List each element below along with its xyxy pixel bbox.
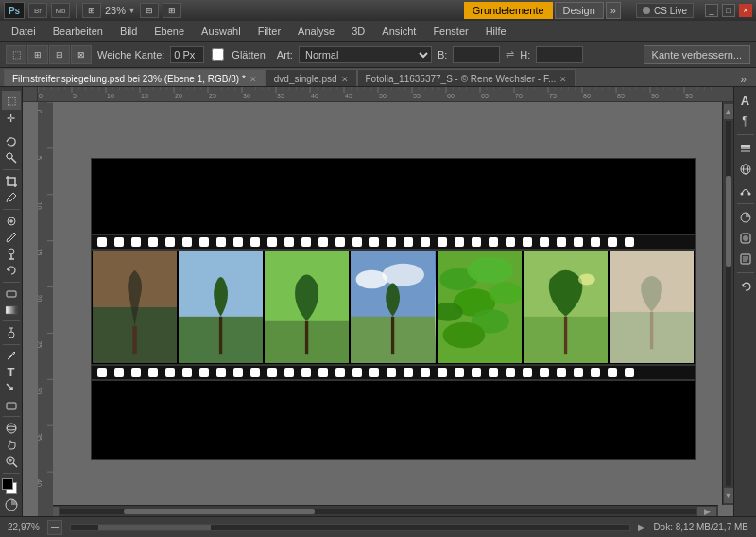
svg-text:5: 5 — [73, 93, 77, 99]
perf-b-5 — [165, 368, 175, 377]
type-panel-btn[interactable]: A — [736, 91, 755, 110]
type-tool[interactable]: T — [2, 365, 21, 379]
scrollbar-thumb[interactable] — [124, 509, 315, 514]
minimize-button[interactable]: _ — [705, 4, 718, 17]
bridge-icon[interactable]: Br — [28, 3, 47, 18]
add-selection-btn[interactable]: ⊞ — [27, 45, 48, 64]
color-boxes — [2, 478, 21, 493]
magic-wand-tool[interactable] — [2, 151, 21, 165]
3d-rotate-tool[interactable] — [2, 421, 21, 435]
perf-b-9 — [233, 368, 243, 377]
scroll-up-btn[interactable]: ▲ — [724, 104, 733, 119]
crop-tool[interactable] — [2, 174, 21, 188]
zoom-arrow[interactable]: ▼ — [128, 6, 136, 15]
history-panel-btn[interactable] — [736, 277, 755, 296]
view-icon[interactable]: ⊞ — [82, 3, 101, 18]
doc-tab-dvd-close[interactable]: ✕ — [341, 75, 349, 84]
b-input[interactable] — [453, 46, 500, 63]
menu-3d[interactable]: 3D — [344, 24, 372, 39]
history-brush-tool[interactable] — [2, 263, 21, 277]
svg-text:50: 50 — [379, 93, 387, 99]
close-button[interactable]: × — [739, 4, 752, 17]
perf-2 — [114, 237, 124, 247]
lasso-tool[interactable] — [2, 134, 21, 148]
art-select[interactable]: Normal Festes Seitenverhältnis Feste Grö… — [299, 46, 432, 63]
channels-panel-btn[interactable] — [736, 160, 755, 179]
doc-tabs-more-arrow[interactable]: » — [734, 73, 752, 86]
mini-bridge-icon[interactable]: Mb — [51, 3, 70, 18]
paragraph-panel-btn[interactable]: ¶ — [736, 112, 755, 130]
move-tool[interactable]: ✛ — [2, 112, 21, 126]
maximize-button[interactable]: □ — [722, 4, 735, 17]
doc-tab-filmstreifen[interactable]: Filmstreifenspiegelung.psd bei 23% (Eben… — [4, 69, 266, 86]
scroll-right-btn[interactable]: ▶ — [697, 507, 716, 516]
menu-hilfe[interactable]: Hilfe — [478, 24, 514, 39]
foreground-color-box[interactable] — [2, 478, 13, 490]
status-nav-btn[interactable]: ▶ — [638, 522, 645, 532]
zoom-control[interactable]: 23% ▼ — [105, 5, 136, 16]
spot-heal-tool[interactable] — [2, 214, 21, 228]
left-toolbar: ⬚ ✛ — [0, 87, 23, 516]
cs-live-btn[interactable]: CS Live — [636, 3, 694, 18]
horizontal-scrollbar[interactable]: ◀ ▶ — [38, 505, 718, 516]
notes-panel-btn[interactable] — [736, 250, 755, 268]
glatten-checkbox[interactable] — [212, 48, 224, 61]
screen-mode-icon[interactable]: ⊞ — [163, 3, 181, 18]
brush-tool[interactable] — [2, 230, 21, 244]
paths-panel-btn[interactable] — [736, 181, 755, 199]
menu-analyse[interactable]: Analyse — [290, 24, 342, 39]
workspace-more[interactable]: » — [606, 2, 621, 19]
gradient-tool[interactable] — [2, 303, 21, 317]
masks-panel-btn[interactable] — [736, 229, 755, 248]
menu-filter[interactable]: Filter — [250, 24, 288, 39]
subtract-selection-btn[interactable]: ⊟ — [49, 45, 70, 64]
perf-b-25 — [506, 368, 515, 377]
perf-14 — [318, 237, 328, 247]
new-selection-btn[interactable]: ⬚ — [6, 45, 26, 64]
svg-text:15: 15 — [38, 249, 43, 256]
doc-tab-fotolia-close[interactable]: ✕ — [559, 75, 567, 84]
eyedropper-tool[interactable] — [2, 191, 21, 205]
menu-ebene[interactable]: Ebene — [146, 24, 192, 39]
shape-tool[interactable] — [2, 398, 21, 412]
doc-tab-dvd[interactable]: dvd_single.psd ✕ — [266, 69, 357, 86]
zoom-tool[interactable] — [2, 454, 21, 468]
vertical-scrollbar[interactable]: ▲ ▼ — [722, 102, 733, 505]
weiche-kante-input[interactable] — [170, 46, 204, 63]
h-input[interactable] — [536, 46, 583, 63]
perf-30 — [591, 237, 600, 247]
status-scrollbar[interactable] — [70, 524, 630, 531]
svg-text:0: 0 — [38, 110, 43, 113]
workspace-design[interactable]: Design — [555, 2, 604, 19]
perf-31 — [608, 237, 617, 247]
doc-tab-filmstreifen-close[interactable]: ✕ — [249, 75, 257, 84]
menu-datei[interactable]: Datei — [4, 24, 43, 39]
perf-11 — [267, 237, 277, 247]
doc-tab-fotolia[interactable]: Fotolia_11635377_S - © Rene Wechsler - F… — [357, 69, 576, 86]
adjustments-panel-btn[interactable] — [736, 208, 755, 227]
layers-panel-btn[interactable] — [736, 139, 755, 158]
eraser-tool[interactable] — [2, 286, 21, 300]
rectangular-marquee-tool[interactable]: ⬚ — [2, 91, 21, 110]
view-mode-icon[interactable]: ⊟ — [140, 3, 159, 18]
quick-mask-btn[interactable] — [2, 497, 21, 512]
hand-tool[interactable] — [2, 438, 21, 452]
menu-bild[interactable]: Bild — [112, 24, 145, 39]
intersect-selection-btn[interactable]: ⊠ — [71, 45, 92, 64]
pen-tool[interactable] — [2, 349, 21, 363]
menu-ansicht[interactable]: Ansicht — [374, 24, 423, 39]
scroll-down-btn[interactable]: ▼ — [724, 488, 733, 503]
dodge-tool[interactable] — [2, 325, 21, 339]
v-scrollbar-thumb[interactable] — [726, 176, 731, 268]
canvas-document[interactable]: 0510152025303540 — [38, 102, 733, 516]
clone-stamp-tool[interactable] — [2, 247, 21, 261]
menu-fenster[interactable]: Fenster — [425, 24, 475, 39]
path-select-tool[interactable] — [2, 381, 21, 395]
svg-point-10 — [9, 249, 14, 254]
menu-bearbeiten[interactable]: Bearbeiten — [45, 24, 111, 39]
kante-verbessern-button[interactable]: Kante verbessern... — [644, 45, 750, 64]
zoom-level-icon[interactable] — [47, 520, 62, 535]
menu-auswahl[interactable]: Auswahl — [194, 24, 249, 39]
workspace-grundelemente[interactable]: Grundelemente — [464, 2, 553, 19]
canvas-area: // This won't run here, done in JS below… — [23, 87, 733, 516]
